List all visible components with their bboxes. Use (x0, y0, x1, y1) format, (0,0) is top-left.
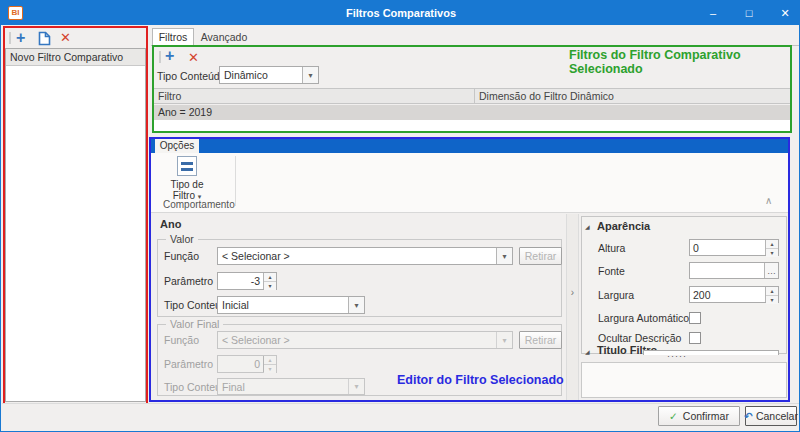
blue-annotation-box (149, 137, 790, 402)
blue-annotation-label: Editor do Filtro Selecionado (397, 373, 564, 387)
close-button[interactable]: ✕ (769, 1, 800, 25)
red-annotation-box (3, 26, 148, 405)
undo-icon: ↶ (744, 410, 753, 422)
maximize-button[interactable]: □ (733, 1, 765, 25)
title-bar[interactable]: BI Filtros Comparativos – □ ✕ (1, 1, 800, 25)
check-icon: ✓ (669, 410, 678, 422)
minimize-button[interactable]: – (697, 1, 729, 25)
cancelar-button[interactable]: ↶ Cancelar (745, 406, 797, 426)
filtros-comparativos-window: BI Filtros Comparativos – □ ✕ + ✕ Novo F… (0, 0, 800, 432)
window-title: Filtros Comparativos (1, 1, 800, 25)
green-annotation-label: Filtros do Filtro Comparativo Selecionad… (569, 48, 799, 76)
tab-filtros[interactable]: Filtros (152, 28, 194, 46)
tab-avancado[interactable]: Avançado (194, 28, 254, 46)
confirmar-button[interactable]: ✓ Confirmar (658, 406, 740, 426)
